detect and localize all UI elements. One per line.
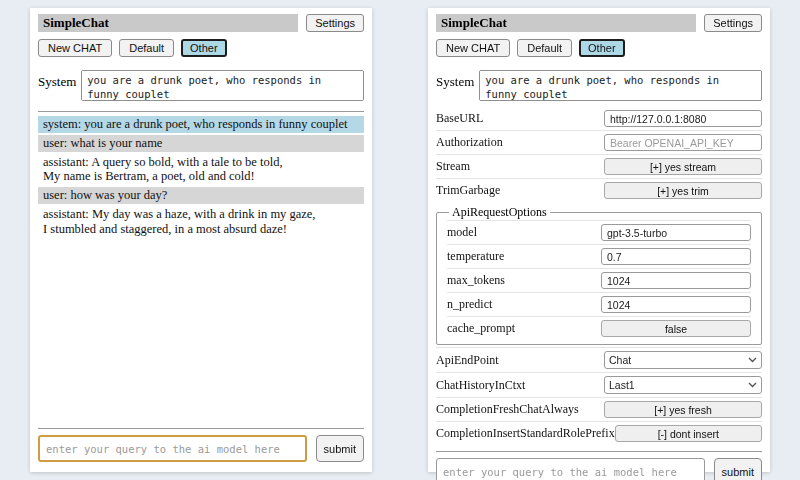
chat-message-system: system: you are a drunk poet, who respon… xyxy=(38,116,364,133)
chat-message-assistant: assistant: My day was a haze, with a dri… xyxy=(38,206,364,238)
completion-insert-standard-role-prefix-label: CompletionInsertStandardRolePrefix xyxy=(436,426,615,441)
chat-history-in-ctxt-label: ChatHistoryInCtxt xyxy=(436,378,525,393)
trimgarbage-toggle-button[interactable]: [+] yes trim xyxy=(604,182,762,199)
system-prompt-row: System you are a drunk poet, who respond… xyxy=(38,70,364,101)
api-endpoint-label: ApiEndPoint xyxy=(436,353,499,368)
session-default-button[interactable]: Default xyxy=(517,39,572,57)
chat-panel: SimpleChat Settings New CHAT Default Oth… xyxy=(30,8,372,472)
stream-label: Stream xyxy=(436,159,470,174)
sessions-row: New CHAT Default Other xyxy=(38,39,364,57)
settings-list: BaseURL Authorization Stream [+] yes str… xyxy=(436,107,762,445)
chat-message-user: user: what is your name xyxy=(38,135,364,152)
api-request-options-fieldset: ApiRequestOptions model temperature max_… xyxy=(436,205,762,345)
authorization-input[interactable] xyxy=(604,134,762,151)
setting-row-completion-fresh-chat-always: CompletionFreshChatAlways [+] yes fresh xyxy=(436,397,762,421)
setting-row-completion-insert-standard-role-prefix: CompletionInsertStandardRolePrefix [-] d… xyxy=(436,421,762,445)
setting-row-max-tokens: max_tokens xyxy=(447,268,751,292)
query-row: submit xyxy=(436,458,762,480)
chat-message-user: user: how was your day? xyxy=(38,187,364,204)
session-other-button[interactable]: Other xyxy=(181,39,227,57)
model-label: model xyxy=(447,225,477,240)
system-label: System xyxy=(38,70,76,90)
cache-prompt-label: cache_prompt xyxy=(447,321,515,336)
session-default-button[interactable]: Default xyxy=(119,39,174,57)
chat-history-selected-value: Last1 xyxy=(609,379,635,391)
n-predict-input[interactable] xyxy=(601,296,751,313)
max-tokens-input[interactable] xyxy=(601,272,751,289)
api-request-options-legend: ApiRequestOptions xyxy=(449,205,550,220)
completion-insert-standard-role-prefix-toggle-button[interactable]: [-] dont insert xyxy=(615,425,762,442)
sessions-row: New CHAT Default Other xyxy=(436,39,762,57)
new-chat-button[interactable]: New CHAT xyxy=(436,39,510,57)
cache-prompt-toggle-button[interactable]: false xyxy=(601,320,751,337)
stream-toggle-button[interactable]: [+] yes stream xyxy=(604,158,762,175)
setting-row-temperature: temperature xyxy=(447,244,751,268)
setting-row-trimgarbage: TrimGarbage [+] yes trim xyxy=(436,178,762,202)
temperature-label: temperature xyxy=(447,249,504,264)
system-label: System xyxy=(436,70,474,90)
settings-panel: SimpleChat Settings New CHAT Default Oth… xyxy=(428,8,770,472)
api-endpoint-selected-value: Chat xyxy=(609,354,631,366)
temperature-input[interactable] xyxy=(601,248,751,265)
divider xyxy=(38,111,364,112)
chevron-down-icon xyxy=(748,382,757,388)
completion-fresh-chat-always-toggle-button[interactable]: [+] yes fresh xyxy=(604,401,762,418)
app-title: SimpleChat xyxy=(38,14,298,32)
trimgarbage-label: TrimGarbage xyxy=(436,183,500,198)
setting-row-n-predict: n_predict xyxy=(447,292,751,316)
chat-messages: system: you are a drunk poet, who respon… xyxy=(38,116,364,239)
submit-button[interactable]: submit xyxy=(316,435,364,462)
settings-button[interactable]: Settings xyxy=(704,14,762,32)
new-chat-button[interactable]: New CHAT xyxy=(38,39,112,57)
setting-row-model: model xyxy=(447,220,751,244)
divider xyxy=(38,428,364,429)
submit-button[interactable]: submit xyxy=(714,458,762,480)
app-title: SimpleChat xyxy=(436,14,696,32)
chat-message-assistant: assistant: A query so bold, with a tale … xyxy=(38,154,364,186)
setting-row-chat-history-in-ctxt: ChatHistoryInCtxt Last1 xyxy=(436,372,762,397)
header: SimpleChat Settings xyxy=(38,14,364,32)
baseurl-input[interactable] xyxy=(604,110,762,127)
query-input[interactable] xyxy=(38,435,307,462)
divider xyxy=(436,451,762,452)
setting-row-stream: Stream [+] yes stream xyxy=(436,154,762,178)
setting-row-cache-prompt: cache_prompt false xyxy=(447,316,751,340)
setting-row-api-endpoint: ApiEndPoint Chat xyxy=(436,347,762,372)
setting-row-baseurl: BaseURL xyxy=(436,107,762,130)
completion-fresh-chat-always-label: CompletionFreshChatAlways xyxy=(436,402,579,417)
query-input[interactable] xyxy=(436,458,705,480)
setting-row-authorization: Authorization xyxy=(436,130,762,154)
n-predict-label: n_predict xyxy=(447,297,492,312)
header: SimpleChat Settings xyxy=(436,14,762,32)
query-row: submit xyxy=(38,435,364,462)
chat-history-in-ctxt-select[interactable]: Last1 xyxy=(604,376,762,394)
system-prompt-textarea[interactable]: you are a drunk poet, who responds in fu… xyxy=(81,70,364,101)
max-tokens-label: max_tokens xyxy=(447,273,505,288)
api-endpoint-select[interactable]: Chat xyxy=(604,351,762,369)
system-prompt-row: System you are a drunk poet, who respond… xyxy=(436,70,762,101)
baseurl-label: BaseURL xyxy=(436,111,483,126)
model-input[interactable] xyxy=(601,224,751,241)
authorization-label: Authorization xyxy=(436,135,503,150)
chevron-down-icon xyxy=(748,357,757,363)
system-prompt-textarea[interactable]: you are a drunk poet, who responds in fu… xyxy=(479,70,762,101)
settings-button[interactable]: Settings xyxy=(306,14,364,32)
session-other-button[interactable]: Other xyxy=(579,39,625,57)
spacer xyxy=(38,239,364,422)
